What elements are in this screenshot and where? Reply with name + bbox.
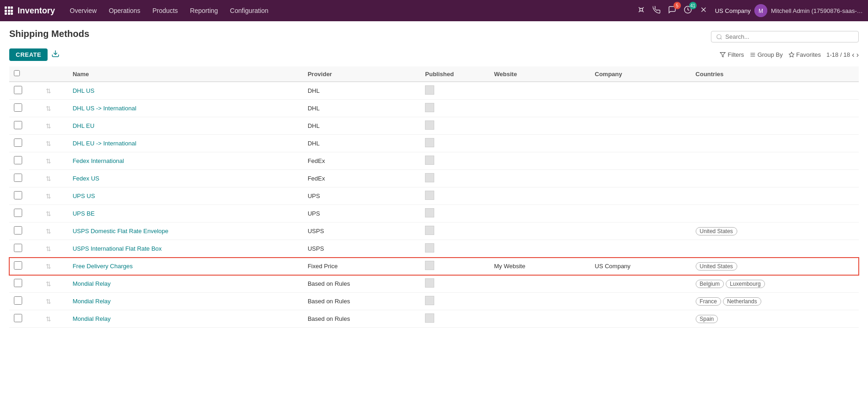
favorites-button[interactable]: Favorites bbox=[789, 51, 821, 58]
drag-handle[interactable]: ⇅ bbox=[46, 210, 51, 217]
row-checkbox[interactable] bbox=[14, 156, 22, 164]
nav-configuration[interactable]: Configuration bbox=[225, 4, 274, 17]
row-name-link[interactable]: Free Delivery Charges bbox=[73, 263, 133, 270]
row-published[interactable] bbox=[420, 223, 489, 240]
drag-handle[interactable]: ⇅ bbox=[46, 157, 51, 165]
company-name[interactable]: US Company bbox=[715, 7, 751, 14]
row-checkbox[interactable] bbox=[14, 103, 22, 112]
drag-handle[interactable]: ⇅ bbox=[46, 122, 51, 130]
row-name-link[interactable]: USPS International Flat Rate Box bbox=[73, 245, 162, 252]
drag-handle[interactable]: ⇅ bbox=[46, 87, 51, 95]
search-input[interactable] bbox=[725, 33, 854, 40]
user-avatar[interactable]: M bbox=[754, 4, 767, 17]
row-published[interactable] bbox=[420, 152, 489, 170]
user-info[interactable]: Mitchell Admin (17590876-saas-15-2-a... bbox=[771, 7, 863, 14]
drag-handle[interactable]: ⇅ bbox=[46, 192, 51, 200]
row-checkbox[interactable] bbox=[14, 174, 22, 182]
row-checkbox[interactable] bbox=[14, 279, 22, 287]
row-name-link[interactable]: DHL EU bbox=[73, 122, 94, 129]
drag-handle[interactable]: ⇅ bbox=[46, 263, 51, 270]
row-published[interactable] bbox=[420, 100, 489, 117]
pagination-next[interactable]: › bbox=[856, 51, 859, 59]
drag-handle[interactable]: ⇅ bbox=[46, 140, 51, 147]
row-name[interactable]: Free Delivery Charges bbox=[68, 258, 303, 275]
row-name-link[interactable]: Mondial Relay bbox=[73, 280, 110, 287]
row-published[interactable] bbox=[420, 275, 489, 293]
drag-handle[interactable]: ⇅ bbox=[46, 298, 51, 305]
drag-handle[interactable]: ⇅ bbox=[46, 105, 51, 112]
published-checkbox[interactable] bbox=[425, 278, 434, 288]
row-name-link[interactable]: Mondial Relay bbox=[73, 298, 110, 305]
download-button[interactable] bbox=[51, 49, 60, 60]
row-name[interactable]: Mondial Relay bbox=[68, 293, 303, 310]
row-checkbox[interactable] bbox=[14, 261, 22, 270]
row-name[interactable]: DHL US bbox=[68, 82, 303, 100]
drag-handle[interactable]: ⇅ bbox=[46, 315, 51, 323]
row-name[interactable]: Fedex US bbox=[68, 170, 303, 187]
create-button[interactable]: CREATE bbox=[9, 48, 48, 61]
published-checkbox[interactable] bbox=[425, 120, 434, 130]
published-checkbox[interactable] bbox=[425, 243, 434, 253]
row-name-link[interactable]: Mondial Relay bbox=[73, 315, 110, 322]
row-name[interactable]: UPS BE bbox=[68, 205, 303, 223]
chat-icon-btn[interactable]: 5 bbox=[666, 4, 678, 18]
row-checkbox[interactable] bbox=[14, 191, 22, 199]
published-checkbox[interactable] bbox=[425, 208, 434, 217]
row-name[interactable]: USPS International Flat Rate Box bbox=[68, 240, 303, 258]
nav-operations[interactable]: Operations bbox=[103, 4, 146, 17]
nav-products[interactable]: Products bbox=[147, 4, 183, 17]
row-checkbox[interactable] bbox=[14, 314, 22, 322]
row-published[interactable] bbox=[420, 205, 489, 223]
row-published[interactable] bbox=[420, 82, 489, 100]
row-name-link[interactable]: Fedex International bbox=[73, 157, 124, 164]
row-published[interactable] bbox=[420, 170, 489, 187]
published-checkbox[interactable] bbox=[425, 191, 434, 200]
row-name-link[interactable]: DHL US -> International bbox=[73, 105, 136, 112]
published-checkbox[interactable] bbox=[425, 103, 434, 112]
drag-handle[interactable]: ⇅ bbox=[46, 280, 51, 288]
row-name-link[interactable]: USPS Domestic Flat Rate Envelope bbox=[73, 228, 168, 235]
row-name[interactable]: DHL US -> International bbox=[68, 100, 303, 117]
row-name[interactable]: DHL EU -> International bbox=[68, 135, 303, 152]
row-checkbox[interactable] bbox=[14, 244, 22, 252]
published-checkbox[interactable] bbox=[425, 313, 434, 323]
close-icon-btn[interactable] bbox=[698, 4, 710, 18]
drag-handle[interactable]: ⇅ bbox=[46, 245, 51, 253]
row-checkbox[interactable] bbox=[14, 226, 22, 235]
row-name-link[interactable]: Fedex US bbox=[73, 175, 99, 182]
row-name[interactable]: Mondial Relay bbox=[68, 310, 303, 328]
row-checkbox[interactable] bbox=[14, 138, 22, 147]
row-name-link[interactable]: UPS BE bbox=[73, 210, 95, 217]
published-checkbox[interactable] bbox=[425, 173, 434, 182]
row-name-link[interactable]: DHL EU -> International bbox=[73, 140, 136, 147]
row-published[interactable] bbox=[420, 187, 489, 205]
row-published[interactable] bbox=[420, 293, 489, 310]
row-checkbox[interactable] bbox=[14, 296, 22, 305]
row-name[interactable]: USPS Domestic Flat Rate Envelope bbox=[68, 223, 303, 240]
nav-overview[interactable]: Overview bbox=[64, 4, 102, 17]
search-bar[interactable] bbox=[711, 31, 859, 42]
row-published[interactable] bbox=[420, 117, 489, 135]
published-checkbox[interactable] bbox=[425, 226, 434, 235]
row-name[interactable]: UPS US bbox=[68, 187, 303, 205]
drag-handle[interactable]: ⇅ bbox=[46, 175, 51, 182]
drag-handle[interactable]: ⇅ bbox=[46, 228, 51, 235]
pagination-prev[interactable]: ‹ bbox=[852, 51, 854, 59]
row-published[interactable] bbox=[420, 135, 489, 152]
row-published[interactable] bbox=[420, 240, 489, 258]
row-name-link[interactable]: DHL US bbox=[73, 87, 94, 94]
row-name[interactable]: DHL EU bbox=[68, 117, 303, 135]
clock-icon-btn[interactable]: 41 bbox=[682, 4, 694, 18]
select-all-checkbox[interactable] bbox=[14, 70, 20, 76]
row-checkbox[interactable] bbox=[14, 86, 22, 94]
filters-button[interactable]: Filters bbox=[720, 51, 744, 58]
grid-icon[interactable] bbox=[5, 6, 13, 15]
phone-icon-btn[interactable] bbox=[651, 4, 662, 18]
row-published[interactable] bbox=[420, 258, 489, 275]
group-by-button[interactable]: Group By bbox=[750, 51, 783, 58]
published-checkbox[interactable] bbox=[425, 85, 434, 95]
published-checkbox[interactable] bbox=[425, 156, 434, 165]
row-name[interactable]: Fedex International bbox=[68, 152, 303, 170]
published-checkbox[interactable] bbox=[425, 261, 434, 270]
row-checkbox[interactable] bbox=[14, 121, 22, 129]
